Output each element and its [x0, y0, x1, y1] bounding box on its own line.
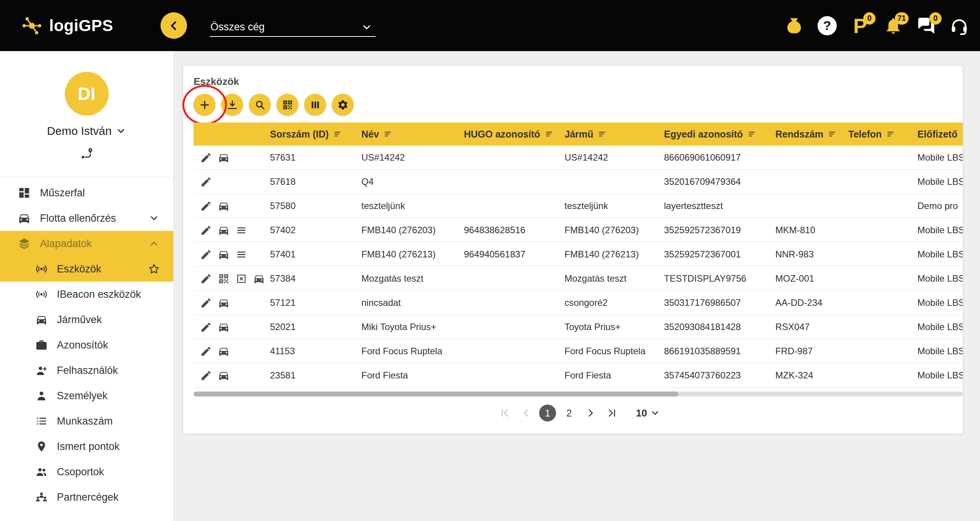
last-page-button[interactable]: [604, 405, 621, 421]
column-header-hugo[interactable]: HUGO azonosító: [464, 123, 564, 146]
sidebar-item-partnercegek[interactable]: Partnercégek: [0, 484, 173, 510]
vehicle-icon[interactable]: [218, 370, 230, 382]
horizontal-scrollbar[interactable]: [194, 392, 963, 397]
page-size-select[interactable]: 10: [636, 407, 660, 419]
table-row[interactable]: 23581 Ford Fiesta Ford Fiesta 3574540737…: [194, 363, 963, 388]
page-1-button[interactable]: 1: [539, 405, 556, 421]
sidebar-collapse-button[interactable]: [161, 12, 187, 39]
export-download-button[interactable]: [221, 94, 243, 116]
column-header-plate[interactable]: Rendszám: [775, 123, 848, 146]
support-headset-icon[interactable]: [949, 14, 970, 38]
page-title: Eszközök: [194, 76, 239, 88]
cell-unique-id: 350317176986507: [664, 291, 775, 315]
favorite-star-icon[interactable]: [148, 263, 160, 275]
sidebar-item-felhasznalok[interactable]: Felhasználók: [0, 358, 173, 383]
qr-icon[interactable]: [218, 273, 230, 285]
sidebar-item-azonositok[interactable]: Azonosítók: [0, 332, 173, 358]
sidebar-item-flotta-ellenorzes[interactable]: Flotta ellenőrzés: [0, 206, 173, 231]
row-actions: [194, 267, 270, 290]
columns-icon: [310, 99, 321, 111]
sidebar-item-alapadatok[interactable]: Alapadatok: [0, 231, 173, 256]
edit-icon[interactable]: [200, 200, 212, 212]
cell-serial: 57631: [270, 146, 361, 169]
messages-chat-icon[interactable]: 0: [915, 14, 937, 38]
page-2-button[interactable]: 2: [561, 405, 578, 421]
prev-page-button[interactable]: [518, 405, 535, 421]
vehicle-icon[interactable]: [218, 345, 230, 357]
table-row[interactable]: 57384 Mozgatás teszt Mozgatás teszt TEST…: [194, 267, 963, 291]
vehicle-icon[interactable]: [218, 297, 230, 309]
table-row[interactable]: 41153 Ford Focus Ruptela Ford Focus Rupt…: [194, 339, 963, 363]
delete-box-icon[interactable]: [235, 273, 247, 285]
column-header-serial[interactable]: Sorszám (ID): [270, 123, 361, 146]
edit-icon[interactable]: [200, 224, 212, 236]
table-row[interactable]: 57618 Q4 352016709479364 Mobile LBS: [194, 170, 963, 194]
vehicle-icon[interactable]: [218, 152, 230, 164]
column-header-name[interactable]: Név: [361, 123, 464, 146]
sidebar-item-ismert-pontok[interactable]: Ismert pontok: [0, 434, 173, 459]
edit-icon[interactable]: [200, 273, 212, 285]
avatar[interactable]: DI: [65, 72, 109, 116]
table-row[interactable]: 57401 FMB140 (276213) 964940561837 FMB14…: [194, 242, 963, 267]
table-row[interactable]: 57402 FMB140 (276203) 964838628516 FMB14…: [194, 218, 963, 242]
scrollbar-thumb[interactable]: [194, 392, 678, 397]
columns-button[interactable]: [304, 94, 326, 116]
table-row[interactable]: 57121 nincsadat csongoré2 35031717698650…: [194, 291, 963, 315]
vehicle-icon[interactable]: [218, 200, 230, 212]
edit-icon[interactable]: [200, 152, 212, 164]
notifications-bell-icon[interactable]: 71: [882, 14, 904, 38]
next-page-button[interactable]: [582, 405, 599, 421]
sidebar-item-csoportok[interactable]: Csoportok: [0, 459, 173, 484]
chevron-left-icon: [167, 19, 180, 32]
sidebar-item-szemelyek[interactable]: Személyek: [0, 383, 173, 408]
cell-plate: [775, 194, 848, 218]
company-select[interactable]: Összes cég: [210, 15, 376, 37]
sidebar-item-ibeacon-eszkozok[interactable]: IBeacon eszközök: [0, 282, 173, 307]
cell-unique-id: TESTDISPLAY9756: [664, 267, 775, 290]
vehicle-icon[interactable]: [218, 321, 230, 333]
vehicle-icon[interactable]: [218, 224, 230, 236]
edit-icon[interactable]: [200, 370, 212, 382]
column-header-subscriber[interactable]: Előfizető: [917, 123, 963, 146]
cell-vehicle: Toyota Prius+: [564, 315, 664, 339]
help-icon[interactable]: ?: [816, 14, 838, 38]
cell-vehicle: Ford Focus Ruptela: [564, 339, 664, 363]
column-header-actions: [194, 123, 270, 146]
sidebar-item-jarmuvek[interactable]: Járművek: [0, 307, 173, 332]
list-icon[interactable]: [235, 224, 247, 236]
settings-button[interactable]: [332, 94, 354, 116]
column-header-unique-id[interactable]: Egyedi azonosító: [664, 123, 775, 146]
table-row[interactable]: 57580 teszteljünk teszteljünk layerteszt…: [194, 194, 963, 218]
edit-icon[interactable]: [200, 297, 212, 309]
table-row[interactable]: 57631 US#14242 US#14242 866069061060917 …: [194, 146, 963, 170]
sidebar-item-muszerfal[interactable]: Műszerfal: [0, 180, 173, 206]
qr-scan-button[interactable]: [276, 94, 298, 116]
column-header-phone[interactable]: Telefon: [848, 123, 917, 146]
edit-icon[interactable]: [200, 249, 212, 260]
map-route-icon[interactable]: [0, 147, 173, 160]
edit-icon[interactable]: [200, 345, 212, 357]
money-bag-icon[interactable]: [783, 14, 805, 38]
cell-subscriber: Mobile LBS: [917, 146, 963, 169]
edit-icon[interactable]: [200, 176, 212, 188]
list-icon[interactable]: [235, 249, 247, 260]
user-menu[interactable]: Demo István: [0, 124, 173, 138]
cell-vehicle: Ford Fiesta: [564, 363, 664, 387]
vehicle-icon[interactable]: [218, 249, 230, 260]
devices-table: Sorszám (ID) Név HUGO azonosító Jármű Eg…: [194, 123, 963, 388]
cell-phone: [848, 242, 917, 266]
search-button[interactable]: [249, 94, 271, 116]
points-p-icon[interactable]: P 0: [849, 14, 871, 38]
add-device-button[interactable]: [194, 94, 215, 116]
edit-icon[interactable]: [200, 321, 212, 333]
vehicle-icon[interactable]: [253, 273, 265, 285]
first-page-button[interactable]: [496, 405, 513, 421]
sidebar-item-eszkozok[interactable]: Eszközök: [0, 256, 173, 282]
sort-icon: [886, 129, 896, 139]
table-row[interactable]: 52021 Miki Toyota Prius+ Toyota Prius+ 3…: [194, 315, 963, 339]
cell-subscriber: Demo pro: [917, 194, 963, 218]
row-actions: [194, 339, 270, 363]
cell-unique-id: 352093084181428: [664, 315, 775, 339]
sidebar-item-munkaszam[interactable]: Munkaszám: [0, 408, 173, 434]
column-header-vehicle[interactable]: Jármű: [564, 123, 664, 146]
